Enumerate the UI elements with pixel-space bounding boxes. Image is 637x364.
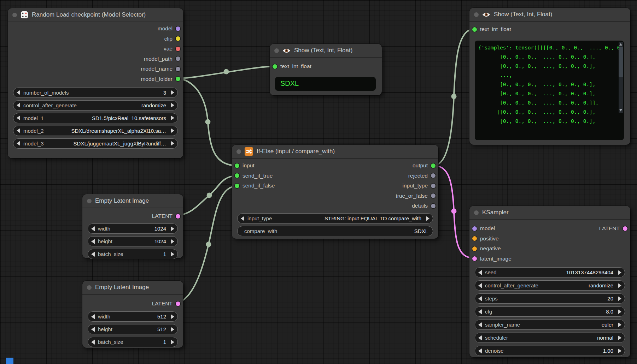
decrement-arrow-icon[interactable]	[17, 141, 20, 146]
widget-batch-size[interactable]: batch_size 1	[88, 337, 178, 347]
widget-sampler-name[interactable]: sampler_name euler	[475, 320, 625, 330]
decrement-arrow-icon[interactable]	[478, 296, 482, 301]
increment-arrow-icon[interactable]	[618, 283, 621, 288]
collapse-dot[interactable]	[87, 199, 92, 203]
widget-height[interactable]: height 1024	[88, 236, 178, 246]
widget-scheduler[interactable]: scheduler normal	[475, 333, 625, 343]
widget-batch-size[interactable]: batch_size 1	[88, 249, 178, 259]
decrement-arrow-icon[interactable]	[17, 103, 20, 108]
decrement-arrow-icon[interactable]	[241, 216, 244, 221]
widget-model-3[interactable]: model_3 SDXL/juggernautXL_juggXlByRundif…	[13, 138, 178, 149]
node-random-load-checkpoint[interactable]: Random Load checkpoint (Model Selector) …	[8, 8, 183, 158]
collapse-dot[interactable]	[87, 285, 92, 290]
increment-arrow-icon[interactable]	[171, 327, 174, 332]
widget-denoise[interactable]: denoise 1.00	[475, 346, 625, 356]
node-ksampler[interactable]: KSampler model positive negative latent_…	[469, 206, 630, 357]
output-slot-dot[interactable]	[176, 77, 180, 81]
widget-model-1[interactable]: model_1 SD1.5/picxReal_10.safetensors	[13, 113, 178, 123]
decrement-arrow-icon[interactable]	[17, 115, 20, 120]
input-slot-dot[interactable]	[235, 173, 239, 178]
widget-height[interactable]: height 512	[88, 324, 178, 334]
widget-width[interactable]: width 1024	[88, 223, 178, 234]
decrement-arrow-icon[interactable]	[478, 270, 482, 275]
output-slot-dot[interactable]	[176, 214, 180, 219]
input-slot-dot[interactable]	[235, 184, 239, 188]
widget-seed[interactable]: seed 1013137448293404	[475, 267, 625, 278]
decrement-arrow-icon[interactable]	[17, 128, 20, 133]
node-show-right[interactable]: Show (Text, Int, Float) text_int_float {…	[469, 8, 630, 145]
output-slot-dot[interactable]	[176, 302, 180, 306]
decrement-arrow-icon[interactable]	[478, 322, 482, 327]
decrement-arrow-icon[interactable]	[91, 327, 95, 332]
decrement-arrow-icon[interactable]	[91, 239, 95, 244]
input-slot-dot[interactable]	[472, 226, 477, 231]
show-tensor-box[interactable]: {'samples': tensor([[[[0., 0., 0., ..., …	[475, 41, 624, 140]
increment-arrow-icon[interactable]	[171, 226, 174, 231]
increment-arrow-icon[interactable]	[618, 322, 621, 327]
output-slot-dot[interactable]	[431, 184, 436, 188]
node-ifelse[interactable]: If-Else (input / compare_with) input sen…	[232, 145, 438, 239]
increment-arrow-icon[interactable]	[171, 252, 174, 257]
output-slot-dot[interactable]	[431, 173, 436, 178]
increment-arrow-icon[interactable]	[618, 348, 621, 353]
widget-input-type[interactable]: input_type STRING: input EQUAL TO compar…	[237, 213, 433, 223]
decrement-arrow-icon[interactable]	[91, 252, 95, 257]
output-slot-dot[interactable]	[176, 67, 180, 71]
collapse-dot[interactable]	[236, 149, 241, 154]
widget-width[interactable]: width 512	[88, 311, 178, 322]
increment-arrow-icon[interactable]	[171, 103, 174, 108]
widget-compare-with[interactable]: compare_with SDXL	[237, 226, 433, 236]
widget-control-after-generate[interactable]: control_after_generate randomize	[475, 280, 625, 291]
decrement-arrow-icon[interactable]	[478, 335, 482, 340]
node-titlebar[interactable]: Empty Latent Image	[82, 281, 183, 295]
scrollbar[interactable]	[619, 42, 623, 113]
node-titlebar[interactable]: Random Load checkpoint (Model Selector)	[8, 8, 183, 22]
input-slot-dot[interactable]	[472, 256, 477, 261]
decrement-arrow-icon[interactable]	[478, 309, 482, 314]
output-slot-dot[interactable]	[176, 26, 180, 31]
scroll-down-arrow-icon[interactable]	[619, 109, 622, 112]
output-slot-dot[interactable]	[176, 47, 180, 51]
increment-arrow-icon[interactable]	[171, 340, 174, 345]
increment-arrow-icon[interactable]	[171, 314, 174, 319]
widget-cfg[interactable]: cfg 8.0	[475, 306, 625, 317]
decrement-arrow-icon[interactable]	[91, 340, 95, 345]
node-titlebar[interactable]: Show (Text, Int, Float)	[469, 8, 630, 22]
increment-arrow-icon[interactable]	[426, 216, 429, 221]
output-slot-dot[interactable]	[431, 193, 436, 198]
widget-steps[interactable]: steps 20	[475, 293, 625, 304]
collapse-dot[interactable]	[12, 13, 17, 17]
increment-arrow-icon[interactable]	[618, 296, 621, 301]
node-titlebar[interactable]: If-Else (input / compare_with)	[232, 145, 438, 159]
node-titlebar[interactable]: Empty Latent Image	[82, 194, 183, 208]
graph-canvas[interactable]: { "colors": { "link_default": "#a6bca4",…	[0, 0, 637, 364]
decrement-arrow-icon[interactable]	[17, 90, 20, 95]
increment-arrow-icon[interactable]	[618, 270, 621, 275]
decrement-arrow-icon[interactable]	[478, 283, 482, 288]
input-slot-dot[interactable]	[235, 163, 239, 168]
output-slot-dot[interactable]	[176, 36, 180, 41]
output-slot-dot[interactable]	[431, 204, 436, 208]
collapse-dot[interactable]	[474, 210, 479, 215]
input-slot-dot[interactable]	[273, 64, 277, 69]
increment-arrow-icon[interactable]	[618, 335, 621, 340]
increment-arrow-icon[interactable]	[171, 115, 174, 120]
increment-arrow-icon[interactable]	[171, 128, 174, 133]
output-slot-dot[interactable]	[431, 163, 436, 168]
decrement-arrow-icon[interactable]	[478, 348, 482, 353]
increment-arrow-icon[interactable]	[618, 309, 621, 314]
decrement-arrow-icon[interactable]	[91, 314, 95, 319]
increment-arrow-icon[interactable]	[171, 90, 174, 95]
output-slot-dot[interactable]	[623, 226, 627, 231]
widget-number-of-models[interactable]: number_of_models 3	[13, 88, 178, 98]
input-slot-dot[interactable]	[472, 27, 477, 32]
collapse-dot[interactable]	[274, 48, 279, 53]
node-empty-latent-2[interactable]: Empty Latent Image LATENT width 512 heig…	[82, 281, 183, 348]
output-slot-dot[interactable]	[176, 56, 180, 61]
decrement-arrow-icon[interactable]	[91, 226, 95, 231]
node-empty-latent-1[interactable]: Empty Latent Image LATENT width 1024 hei…	[82, 194, 183, 258]
scrollbar-thumb[interactable]	[619, 47, 623, 77]
widget-control-after-generate[interactable]: control_after_generate randomize	[13, 100, 178, 111]
node-titlebar[interactable]: Show (Text, Int, Float)	[270, 44, 382, 58]
widget-model-2[interactable]: model_2 SDXL/dreamshaperXL_alpha2Xl10.sa…	[13, 126, 178, 136]
